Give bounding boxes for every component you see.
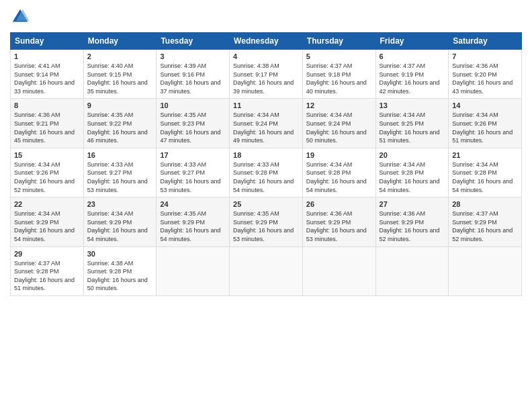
calendar-cell: 2 Sunrise: 4:40 AM Sunset: 9:15 PM Dayli… — [83, 50, 157, 99]
day-number: 4 — [233, 52, 299, 60]
calendar-cell: 30 Sunrise: 4:38 AM Sunset: 9:28 PM Dayl… — [83, 246, 157, 295]
day-info: Sunrise: 4:34 AM Sunset: 9:25 PM Dayligh… — [380, 111, 445, 144]
day-number: 17 — [160, 151, 226, 159]
calendar-cell: 29 Sunrise: 4:37 AM Sunset: 9:28 PM Dayl… — [11, 246, 84, 295]
day-number: 6 — [380, 52, 445, 60]
calendar-cell: 17 Sunrise: 4:33 AM Sunset: 9:27 PM Dayl… — [157, 148, 230, 197]
day-number: 9 — [87, 101, 153, 109]
day-number: 28 — [452, 200, 518, 208]
day-info: Sunrise: 4:34 AM Sunset: 9:29 PM Dayligh… — [14, 210, 80, 243]
day-number: 25 — [233, 200, 299, 208]
calendar-cell: 25 Sunrise: 4:35 AM Sunset: 9:29 PM Dayl… — [230, 197, 303, 246]
calendar-cell: 19 Sunrise: 4:34 AM Sunset: 9:28 PM Dayl… — [302, 148, 375, 197]
day-info: Sunrise: 4:35 AM Sunset: 9:29 PM Dayligh… — [233, 210, 299, 243]
day-info: Sunrise: 4:39 AM Sunset: 9:16 PM Dayligh… — [160, 62, 226, 95]
day-info: Sunrise: 4:37 AM Sunset: 9:19 PM Dayligh… — [380, 62, 445, 95]
day-number: 29 — [14, 250, 80, 258]
day-number: 3 — [160, 52, 226, 60]
day-info: Sunrise: 4:34 AM Sunset: 9:26 PM Dayligh… — [14, 161, 80, 194]
calendar-cell: 21 Sunrise: 4:34 AM Sunset: 9:28 PM Dayl… — [449, 148, 522, 197]
column-header-thursday: Thursday — [302, 33, 375, 50]
day-number: 22 — [14, 200, 80, 208]
calendar-cell: 27 Sunrise: 4:36 AM Sunset: 9:29 PM Dayl… — [375, 197, 449, 246]
day-info: Sunrise: 4:37 AM Sunset: 9:29 PM Dayligh… — [452, 210, 518, 243]
day-number: 11 — [233, 101, 299, 109]
calendar-cell: 3 Sunrise: 4:39 AM Sunset: 9:16 PM Dayli… — [157, 50, 230, 99]
day-info: Sunrise: 4:35 AM Sunset: 9:22 PM Dayligh… — [87, 111, 153, 144]
calendar-body: 1 Sunrise: 4:41 AM Sunset: 9:14 PM Dayli… — [11, 50, 522, 296]
day-info: Sunrise: 4:37 AM Sunset: 9:28 PM Dayligh… — [14, 259, 80, 293]
day-number: 7 — [452, 52, 518, 60]
day-number: 30 — [87, 250, 153, 258]
day-info: Sunrise: 4:33 AM Sunset: 9:27 PM Dayligh… — [87, 161, 153, 194]
day-info: Sunrise: 4:34 AM Sunset: 9:28 PM Dayligh… — [452, 161, 518, 194]
day-info: Sunrise: 4:38 AM Sunset: 9:17 PM Dayligh… — [233, 62, 299, 95]
day-info: Sunrise: 4:40 AM Sunset: 9:15 PM Dayligh… — [87, 62, 153, 95]
calendar-cell: 15 Sunrise: 4:34 AM Sunset: 9:26 PM Dayl… — [11, 148, 84, 197]
column-header-sunday: Sunday — [11, 33, 84, 50]
day-number: 19 — [306, 151, 372, 159]
calendar-cell: 26 Sunrise: 4:36 AM Sunset: 9:29 PM Dayl… — [302, 197, 375, 246]
calendar-cell: 5 Sunrise: 4:37 AM Sunset: 9:18 PM Dayli… — [302, 50, 375, 99]
day-info: Sunrise: 4:36 AM Sunset: 9:20 PM Dayligh… — [452, 62, 518, 95]
day-info: Sunrise: 4:34 AM Sunset: 9:28 PM Dayligh… — [306, 161, 372, 194]
column-header-wednesday: Wednesday — [230, 33, 303, 50]
calendar-cell: 23 Sunrise: 4:34 AM Sunset: 9:29 PM Dayl… — [83, 197, 157, 246]
day-number: 10 — [160, 101, 226, 109]
header-row: SundayMondayTuesdayWednesdayThursdayFrid… — [11, 33, 522, 50]
calendar-cell: 1 Sunrise: 4:41 AM Sunset: 9:14 PM Dayli… — [11, 50, 84, 99]
day-number: 14 — [452, 101, 518, 109]
calendar-cell — [449, 246, 522, 295]
day-number: 2 — [87, 52, 153, 60]
calendar-cell: 4 Sunrise: 4:38 AM Sunset: 9:17 PM Dayli… — [230, 50, 303, 99]
day-info: Sunrise: 4:36 AM Sunset: 9:21 PM Dayligh… — [14, 111, 80, 144]
day-number: 21 — [452, 151, 518, 159]
day-info: Sunrise: 4:34 AM Sunset: 9:28 PM Dayligh… — [380, 161, 445, 194]
day-info: Sunrise: 4:37 AM Sunset: 9:18 PM Dayligh… — [306, 62, 372, 95]
day-number: 5 — [306, 52, 372, 60]
calendar-cell: 14 Sunrise: 4:34 AM Sunset: 9:26 PM Dayl… — [449, 99, 522, 148]
week-row-2: 8 Sunrise: 4:36 AM Sunset: 9:21 PM Dayli… — [11, 99, 522, 148]
calendar-cell: 8 Sunrise: 4:36 AM Sunset: 9:21 PM Dayli… — [11, 99, 84, 148]
calendar-cell: 24 Sunrise: 4:35 AM Sunset: 9:29 PM Dayl… — [157, 197, 230, 246]
day-info: Sunrise: 4:34 AM Sunset: 9:24 PM Dayligh… — [306, 111, 372, 144]
day-info: Sunrise: 4:33 AM Sunset: 9:27 PM Dayligh… — [160, 161, 226, 194]
calendar-cell: 22 Sunrise: 4:34 AM Sunset: 9:29 PM Dayl… — [11, 197, 84, 246]
day-info: Sunrise: 4:38 AM Sunset: 9:28 PM Dayligh… — [87, 259, 153, 293]
day-info: Sunrise: 4:36 AM Sunset: 9:29 PM Dayligh… — [380, 210, 445, 243]
day-number: 18 — [233, 151, 299, 159]
page: SundayMondayTuesdayWednesdayThursdayFrid… — [0, 0, 532, 411]
column-header-friday: Friday — [375, 33, 449, 50]
week-row-1: 1 Sunrise: 4:41 AM Sunset: 9:14 PM Dayli… — [11, 50, 522, 99]
day-number: 27 — [380, 200, 445, 208]
day-number: 15 — [14, 151, 80, 159]
day-info: Sunrise: 4:34 AM Sunset: 9:29 PM Dayligh… — [87, 210, 153, 243]
day-info: Sunrise: 4:34 AM Sunset: 9:26 PM Dayligh… — [452, 111, 518, 144]
calendar-table: SundayMondayTuesdayWednesdayThursdayFrid… — [10, 32, 522, 296]
calendar-cell — [230, 246, 303, 295]
week-row-3: 15 Sunrise: 4:34 AM Sunset: 9:26 PM Dayl… — [11, 148, 522, 197]
week-row-4: 22 Sunrise: 4:34 AM Sunset: 9:29 PM Dayl… — [11, 197, 522, 246]
calendar-cell: 10 Sunrise: 4:35 AM Sunset: 9:23 PM Dayl… — [157, 99, 230, 148]
column-header-saturday: Saturday — [449, 33, 522, 50]
calendar-cell — [375, 246, 449, 295]
calendar-cell: 6 Sunrise: 4:37 AM Sunset: 9:19 PM Dayli… — [375, 50, 449, 99]
day-info: Sunrise: 4:34 AM Sunset: 9:24 PM Dayligh… — [233, 111, 299, 144]
calendar-cell: 11 Sunrise: 4:34 AM Sunset: 9:24 PM Dayl… — [230, 99, 303, 148]
calendar-cell — [302, 246, 375, 295]
logo-icon — [10, 7, 30, 27]
calendar-cell: 18 Sunrise: 4:33 AM Sunset: 9:28 PM Dayl… — [230, 148, 303, 197]
day-number: 8 — [14, 101, 80, 109]
day-info: Sunrise: 4:36 AM Sunset: 9:29 PM Dayligh… — [306, 210, 372, 243]
calendar-cell: 7 Sunrise: 4:36 AM Sunset: 9:20 PM Dayli… — [449, 50, 522, 99]
calendar-cell — [157, 246, 230, 295]
calendar-cell: 16 Sunrise: 4:33 AM Sunset: 9:27 PM Dayl… — [83, 148, 157, 197]
day-number: 23 — [87, 200, 153, 208]
calendar-cell: 9 Sunrise: 4:35 AM Sunset: 9:22 PM Dayli… — [83, 99, 157, 148]
day-number: 1 — [14, 52, 80, 60]
header — [10, 7, 522, 27]
column-header-monday: Monday — [83, 33, 157, 50]
day-info: Sunrise: 4:41 AM Sunset: 9:14 PM Dayligh… — [14, 62, 80, 95]
calendar-cell: 13 Sunrise: 4:34 AM Sunset: 9:25 PM Dayl… — [375, 99, 449, 148]
day-number: 16 — [87, 151, 153, 159]
